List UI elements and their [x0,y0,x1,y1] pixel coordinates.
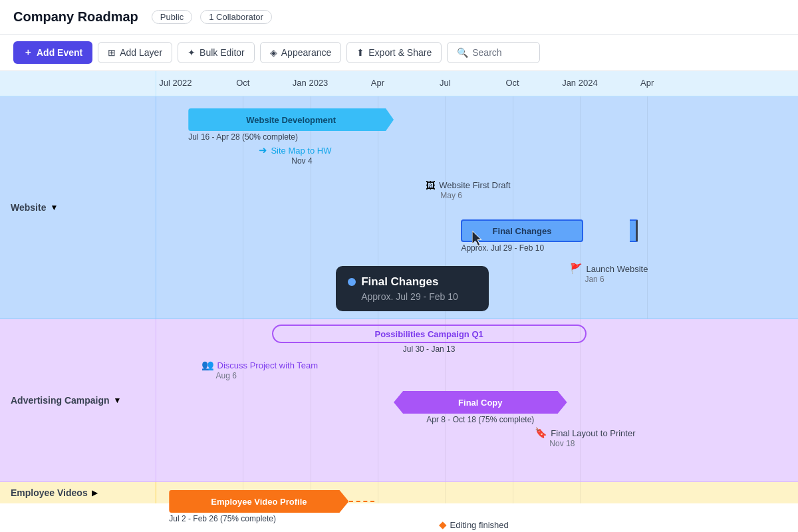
month-oct2023: Oct [505,78,519,88]
advertising-label: Advertising Campaign [11,395,110,406]
editing-label: Editing finished [450,520,509,530]
adv-grid-oct [243,319,243,481]
possibilities-title: Possibilities Campaign Q1 [374,329,483,339]
tooltip-title: Final Changes [361,275,438,289]
website-label: Website [11,202,46,213]
website-chevron-icon: ▼ [50,203,58,212]
possibilities-dates: Jul 30 - Jan 13 [272,344,587,354]
bulk-icon: ✦ [188,47,196,58]
grid-line-jan24 [580,96,581,319]
launch-label: Launch Website [586,264,648,274]
emp-grid-oct23 [513,482,513,503]
plus-icon: ＋ [23,47,33,59]
adv-grid-jan24 [580,319,581,481]
emp-grid-apr23 [378,482,378,503]
discuss-milestone: 👥 Discuss Project with Team Aug 6 [201,359,318,380]
final-changes-tooltip: Final Changes Approx. Jul 29 - Feb 10 [336,266,489,311]
emp-grid-jan24 [580,482,581,503]
badge-public: Public [152,10,192,24]
search-button[interactable]: 🔍 Search [447,42,540,63]
page-title: Company Roadmap [13,9,138,25]
final-layout-milestone: 🔖 Final Layout to Printer Nov 18 [535,427,635,448]
final-changes-bar[interactable]: Final Changes [461,219,583,242]
final-copy-title: Final Copy [458,398,502,408]
badge-collab: 1 Collaborator [200,10,272,24]
header: Company Roadmap Public 1 Collaborator [0,0,798,35]
month-oct2022: Oct [236,78,249,88]
first-draft-date: May 6 [440,191,462,200]
website-dev-title: Website Development [246,115,336,125]
search-label: Search [472,47,501,58]
employee-row-group: Employee Videos ▶ Employee Video Profile… [0,482,798,503]
final-layout-label: Final Layout to Printer [551,428,635,438]
month-apr2024: Apr [640,78,654,88]
tooltip-date: Approx. Jul 29 - Feb 10 [348,291,477,302]
employee-row-content: Employee Video Profile Jul 2 - Feb 26 (7… [156,482,798,503]
month-jul2022: Jul 2022 [159,78,192,88]
timeline-months: Jul 2022 Oct Jan 2023 Apr Jul Oct Jan 20… [156,71,798,96]
sitemap-milestone: ➜ Site Map to HW Nov 4 [259,144,331,166]
advertising-row-label: Advertising Campaign ▼ [0,319,156,482]
website-row-content: Website Development Jul 16 - Apr 28 (50%… [156,96,798,319]
website-dev-bar[interactable]: Website Development [188,108,394,131]
employee-row-label: Employee Videos ▶ [0,482,156,503]
discuss-date: Aug 6 [216,371,237,380]
timeline-header: Jul 2022 Oct Jan 2023 Apr Jul Oct Jan 20… [0,71,798,96]
add-layer-button[interactable]: ⊞ Add Layer [98,42,172,63]
launch-date: Jan 6 [585,275,604,284]
sitemap-date: Nov 4 [291,156,312,166]
layers-icon: ⊞ [108,47,116,58]
month-jul2023: Jul [440,78,451,88]
adv-grid-jan23 [311,319,311,481]
first-draft-milestone: 🖼 Website First Draft May 6 [426,180,510,200]
video-profile-extension [349,501,375,502]
employee-label: Employee Videos [11,487,88,498]
appearance-label: Appearance [281,47,332,58]
advertising-row-group: Advertising Campaign ▼ Possibilities Cam… [0,319,798,482]
video-profile-bar[interactable]: Employee Video Profile [169,490,348,513]
final-changes-dates: Approx. Jul 29 - Feb 10 [461,243,544,253]
export-icon: ⬆ [356,47,364,58]
timeline-label-spacer [0,71,156,96]
grid-line-apr24 [647,96,648,319]
advertising-row-content: Possibilities Campaign Q1 Jul 30 - Jan 1… [156,319,798,482]
bulk-editor-label: Bulk Editor [200,47,245,58]
add-event-label: Add Event [37,47,82,58]
video-profile-dates: Jul 2 - Feb 26 (75% complete) [169,514,276,523]
add-event-button[interactable]: ＋ Add Event [13,41,92,64]
timeline-container: Jul 2022 Oct Jan 2023 Apr Jul Oct Jan 20… [0,71,798,503]
add-layer-label: Add Layer [120,47,162,58]
website-row-group: Website ▼ Website Development Jul 16 - A… [0,96,798,319]
final-changes-title: Final Changes [493,226,552,236]
tooltip-dot [348,278,356,286]
appearance-button[interactable]: ◈ Appearance [260,42,342,63]
appearance-icon: ◈ [270,47,277,58]
employee-chevron-icon: ▶ [92,488,98,497]
first-draft-label: Website First Draft [439,180,510,190]
editing-milestone: ◆ Editing finished [439,519,509,531]
bulk-editor-button[interactable]: ✦ Bulk Editor [178,42,255,63]
emp-grid-jul23 [445,482,446,503]
sitemap-label: Site Map to HW [271,146,331,156]
app-container: Company Roadmap Public 1 Collaborator ＋ … [0,0,798,503]
website-row-label: Website ▼ [0,96,156,319]
toolbar: ＋ Add Event ⊞ Add Layer ✦ Bulk Editor ◈ … [0,35,798,71]
final-copy-dates: Apr 8 - Oct 18 (75% complete) [394,415,567,424]
adv-grid-apr23 [378,319,378,481]
final-changes-resize-handle[interactable] [630,219,638,242]
month-jan2023: Jan 2023 [293,78,329,88]
discuss-label: Discuss Project with Team [217,360,318,370]
month-jan2024: Jan 2024 [562,78,598,88]
month-apr2023: Apr [371,78,384,88]
possibilities-bar[interactable]: Possibilities Campaign Q1 [272,325,587,343]
grid-line-oct23 [513,96,513,319]
advertising-chevron-icon: ▼ [114,396,122,405]
final-layout-date: Nov 18 [549,439,575,448]
final-copy-bar[interactable]: Final Copy [394,391,567,414]
export-share-button[interactable]: ⬆ Export & Share [346,42,442,63]
launch-milestone: 🚩 Launch Website Jan 6 [570,263,648,284]
export-share-label: Export & Share [368,47,432,58]
search-icon: 🔍 [457,47,468,58]
video-profile-title: Employee Video Profile [211,497,307,507]
tooltip-header: Final Changes [348,275,477,289]
